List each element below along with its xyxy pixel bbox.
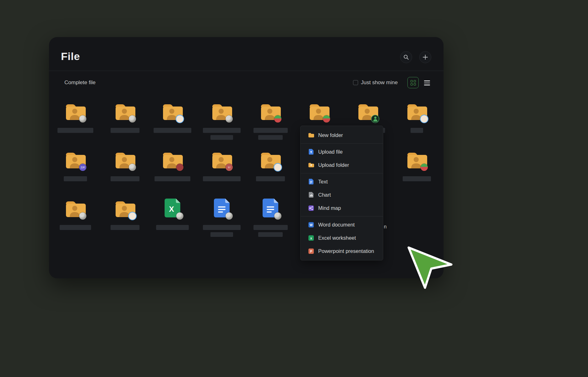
doc-icon [263, 199, 278, 217]
svg-text:W: W [310, 223, 313, 227]
avatar-cat [79, 115, 86, 123]
avatar-blue [176, 115, 183, 123]
folder-icon [211, 101, 232, 120]
obscured-label-fragment: n [384, 224, 387, 230]
avatar-cat [226, 115, 233, 123]
redacted-label-bar [111, 128, 139, 133]
avatar-char [274, 115, 281, 123]
folder-icon [406, 101, 427, 120]
avatar-green [372, 115, 379, 123]
avatar-cat [176, 212, 183, 220]
redacted-label-bar [253, 225, 288, 230]
menu-item-chart[interactable]: Chart [301, 188, 383, 201]
file-item[interactable] [101, 199, 149, 230]
redacted-label-bar [155, 176, 190, 181]
folder-icon [65, 199, 86, 217]
avatar-char [421, 164, 428, 171]
menu-item-label: New folder [318, 132, 343, 138]
file-item[interactable] [393, 150, 440, 181]
file-item[interactable] [149, 150, 196, 181]
menu-item-label: Mind map [318, 205, 341, 211]
avatar-li: LI [226, 164, 233, 171]
file-item[interactable] [149, 101, 196, 133]
menu-item-label: Word document [318, 222, 355, 228]
menu-item-excel-worksheet[interactable]: xExcel worksheet [301, 231, 383, 244]
file-item[interactable] [247, 150, 294, 181]
file-item[interactable] [247, 101, 294, 140]
folder-icon [115, 150, 135, 169]
avatar-cat [274, 212, 281, 220]
redacted-label-bar [258, 232, 283, 237]
file-item[interactable]: X [149, 199, 196, 230]
avatar-char [323, 115, 330, 123]
file-item[interactable] [52, 199, 99, 230]
menu-item-label: Powerpoint presentation [318, 248, 374, 254]
folder-icon [115, 199, 135, 217]
file-item[interactable] [198, 199, 245, 237]
file-grid: 志程 LI X [49, 37, 444, 278]
avatar-cat [129, 115, 136, 123]
file-item[interactable] [198, 101, 245, 140]
redacted-label-bar [210, 232, 233, 237]
redacted-label-bar [256, 176, 285, 181]
menu-item-mind-map[interactable]: Mind map [301, 201, 383, 215]
svg-text:X: X [169, 205, 174, 213]
menu-item-powerpoint-presentation[interactable]: PPowerpoint presentation [301, 244, 383, 258]
menu-item-text[interactable]: Text [301, 175, 383, 188]
folder-icon: 志程 [65, 150, 86, 169]
folder-icon: LI [211, 150, 232, 169]
folder-icon [309, 101, 329, 120]
new-folder-icon [308, 133, 314, 138]
mind-map-icon [308, 205, 314, 211]
redacted-label-bar [411, 128, 423, 133]
file-item[interactable] [101, 150, 149, 181]
cursor-pointer [407, 246, 455, 291]
avatar-blue [129, 212, 136, 220]
menu-item-upload-file[interactable]: Upload file [301, 145, 383, 158]
avatar-darkred [176, 164, 183, 171]
menu-item-label: Upload file [318, 149, 343, 155]
file-item[interactable]: LI [198, 150, 245, 181]
avatar-cat [129, 164, 136, 171]
folder-icon [162, 150, 183, 169]
word-icon: W [308, 222, 314, 227]
file-item[interactable]: 志程 [52, 150, 99, 181]
folder-icon [115, 101, 135, 120]
file-item[interactable] [101, 101, 149, 133]
folder-icon [65, 101, 86, 120]
menu-divider [301, 216, 383, 216]
file-item[interactable] [393, 101, 440, 133]
avatar-cat [226, 212, 233, 220]
file-item[interactable] [52, 101, 99, 133]
redacted-label-bar [154, 128, 191, 133]
file-item[interactable] [247, 199, 294, 237]
folder-icon [260, 101, 281, 120]
redacted-label-bar [210, 135, 233, 140]
redacted-label-bar [203, 128, 241, 133]
text-icon [308, 179, 314, 184]
redacted-label-bar [258, 135, 283, 140]
menu-item-label: Text [318, 179, 328, 185]
menu-item-new-folder[interactable]: New folder [301, 128, 383, 142]
svg-text:x: x [310, 236, 312, 240]
avatar-purple: 志程 [79, 164, 86, 171]
redacted-label-bar [60, 225, 91, 230]
menu-item-label: Upload folder [318, 162, 349, 168]
redacted-label-bar [57, 128, 93, 133]
excel-icon: X [165, 199, 180, 217]
menu-item-upload-folder[interactable]: Upload folder [301, 158, 383, 172]
folder-icon [406, 150, 427, 169]
redacted-label-bar [156, 225, 189, 230]
avatar-blue [421, 115, 428, 123]
redacted-label-bar [111, 225, 139, 230]
menu-item-word-document[interactable]: WWord document [301, 218, 383, 231]
new-item-context-menu: New folderUpload fileUpload folderTextCh… [300, 126, 383, 260]
chart-icon [308, 192, 314, 198]
redacted-label-bar [253, 128, 288, 133]
upload-file-icon [308, 149, 314, 155]
folder-icon [260, 150, 281, 169]
upload-folder-icon [308, 162, 314, 167]
svg-text:P: P [310, 249, 312, 253]
excel-icon: x [308, 235, 314, 241]
doc-icon [214, 199, 230, 217]
